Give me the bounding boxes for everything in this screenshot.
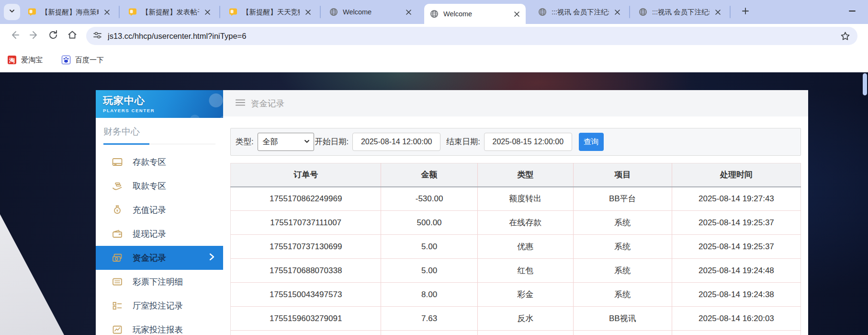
sidebar-title: 玩家中心	[103, 94, 223, 107]
table-cell: 2025-08-14 19:24:48	[672, 259, 800, 283]
tab-title: Welcome	[443, 10, 508, 18]
close-icon[interactable]	[404, 8, 413, 16]
table-cell: 5.00	[381, 235, 477, 259]
table-row: 17551500434975738.00彩金系统2025-08-14 19:24…	[231, 283, 801, 307]
table-row: 17551706880703385.00红包系统2025-08-14 19:24…	[231, 259, 801, 283]
close-icon[interactable]	[203, 8, 212, 16]
table-cell: 1755170737130699	[231, 235, 381, 259]
type-select-value: 全部	[263, 137, 304, 147]
bookmark-star-button[interactable]	[839, 30, 851, 42]
table-cell	[573, 331, 672, 335]
sidebar: 玩家中心 PLAYERS CENTER 财务中心 存款专区取款专区¥充值记录提现…	[96, 90, 223, 335]
new-tab-button[interactable]	[738, 5, 753, 19]
browser-tab[interactable]: :::视讯 会员下注纪录	[633, 0, 727, 24]
table-cell: 彩金	[477, 283, 573, 307]
sidebar-item-moneybag[interactable]: ¥充值记录	[96, 198, 223, 222]
tab-search-button[interactable]	[4, 4, 20, 20]
browser-tab[interactable]: 【新提醒】海燕策略	[22, 0, 116, 24]
sidebar-item-report-chart[interactable]: 玩家投注报表	[96, 318, 223, 335]
close-icon[interactable]	[102, 8, 111, 16]
forward-button[interactable]	[26, 28, 42, 44]
close-icon[interactable]	[304, 8, 312, 16]
browser-window: 【新提醒】海燕策略【新提醒】发表帖子【新提醒】天天竞猜WelcomeWelcom…	[0, 0, 868, 335]
query-button[interactable]: 查询	[579, 133, 604, 151]
table-cell: 红包	[477, 259, 573, 283]
type-select[interactable]: 全部	[258, 133, 314, 151]
message-icon	[28, 8, 36, 16]
bookmark-label: 百度一下	[75, 56, 104, 65]
tab-title: 【新提醒】发表帖子	[142, 8, 199, 17]
moneybag-icon: ¥	[112, 204, 123, 216]
close-icon[interactable]	[512, 10, 521, 18]
sidebar-item-list[interactable]: 彩票下注明细	[96, 270, 223, 294]
table-cell: BB视讯	[573, 307, 672, 331]
table-cell: 8.00	[381, 283, 477, 307]
table-cell: 额度转出	[477, 187, 573, 211]
browser-tab[interactable]: Welcome	[324, 0, 417, 24]
page-scrollbar-thumb[interactable]	[863, 73, 867, 95]
hamburger-icon	[236, 99, 245, 108]
sidebar-item-deposit-card[interactable]: 存款专区	[96, 150, 223, 174]
background-wedge-decoration	[0, 214, 64, 335]
tune-icon[interactable]	[93, 31, 102, 42]
home-button[interactable]	[64, 28, 80, 44]
table-cell: 1755159603279091	[231, 307, 381, 331]
sidebar-item-label: 彩票下注明细	[133, 276, 183, 288]
sidebar-item-grid-list[interactable]: 厅室投注记录	[96, 294, 223, 318]
sidebar-item-label: 取款专区	[133, 180, 166, 192]
section-underline	[103, 143, 215, 144]
browser-tab[interactable]: Welcome	[424, 4, 526, 24]
back-button[interactable]	[7, 28, 23, 44]
sidebar-header: 玩家中心 PLAYERS CENTER	[96, 90, 223, 118]
browser-tab[interactable]: :::视讯 会员下注纪录	[532, 0, 626, 24]
table-cell: -530.00	[381, 187, 477, 211]
minimize-button[interactable]	[845, 5, 859, 19]
end-date-label: 结束日期:	[446, 137, 480, 147]
table-cell: 2025-08-14 16:20:03	[672, 307, 800, 331]
grid-list-icon	[112, 300, 123, 312]
tab-separator	[629, 6, 630, 18]
column-header: 金额	[381, 163, 477, 187]
sidebar-subtitle: PLAYERS CENTER	[103, 108, 223, 113]
chevron-down-icon	[9, 8, 15, 16]
globe-icon	[430, 10, 439, 18]
address-bar[interactable]: js13.cc/hhcp/usercenter.html?iniType=6	[86, 27, 857, 45]
sidebar-item-withdraw-hand[interactable]: 取款专区	[96, 174, 223, 198]
globe-icon	[329, 8, 338, 16]
bookmarks-bar: 淘爱淘宝百度一下	[0, 48, 868, 72]
browser-tab[interactable]: 【新提醒】天天竞猜	[223, 0, 317, 24]
chevron-right-icon	[209, 253, 214, 263]
sidebar-section-title: 财务中心	[103, 126, 215, 138]
globe-icon	[639, 8, 647, 16]
funds-record-table: 订单号金额类型项目处理时间 1755170862249969-530.00额度转…	[230, 163, 801, 335]
wallet-icon	[112, 228, 123, 240]
message-icon	[229, 8, 237, 16]
tab-title: Welcome	[343, 8, 400, 16]
sidebar-item-cash[interactable]: 资金记录	[96, 246, 223, 270]
start-date-input[interactable]: 2025-08-14 12:00:00	[352, 133, 440, 151]
close-icon[interactable]	[613, 8, 621, 16]
sidebar-item-label: 资金记录	[133, 252, 166, 264]
table-cell: 1755170862249969	[231, 187, 381, 211]
sidebar-item-wallet[interactable]: 提现记录	[96, 222, 223, 246]
table-cell: 1755150043497573	[231, 283, 381, 307]
table-cell: 反水	[477, 307, 573, 331]
close-icon[interactable]	[713, 8, 722, 16]
table-cell: 2025-08-14 19:25:37	[672, 211, 800, 235]
url-text[interactable]: js13.cc/hhcp/usercenter.html?iniType=6	[108, 32, 839, 41]
baidu-icon	[62, 56, 70, 64]
reload-button[interactable]	[45, 28, 61, 44]
main-panel: 资金记录 类型: 全部 开始日期: 2025-08-14 12:00:00 结束…	[223, 90, 808, 335]
tab-strip: 【新提醒】海燕策略【新提醒】发表帖子【新提醒】天天竞猜WelcomeWelcom…	[22, 0, 733, 24]
bookmark-item[interactable]: 淘爱淘宝	[8, 56, 43, 65]
browser-tab[interactable]: 【新提醒】发表帖子	[123, 0, 216, 24]
browser-toolbar: js13.cc/hhcp/usercenter.html?iniType=6	[0, 24, 868, 48]
sidebar-section: 财务中心	[96, 118, 223, 144]
table-row: 17551596032790917.63反水BB视讯2025-08-14 16:…	[231, 307, 801, 331]
plus-icon	[742, 7, 749, 17]
end-date-input[interactable]: 2025-08-15 12:00:00	[484, 133, 572, 151]
table-cell: BB平台	[573, 187, 672, 211]
column-header: 订单号	[231, 163, 381, 187]
table-cell: 在线存款	[477, 211, 573, 235]
bookmark-item[interactable]: 百度一下	[62, 56, 104, 65]
